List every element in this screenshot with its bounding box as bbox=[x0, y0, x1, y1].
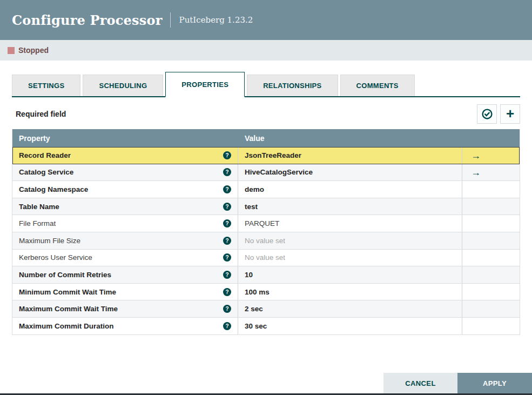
table-row[interactable]: Maximum Commit Duration?30 sec bbox=[12, 318, 520, 335]
actions-cell: → bbox=[462, 148, 520, 164]
tab-relationships[interactable]: RELATIONSHIPS bbox=[247, 75, 338, 96]
help-icon[interactable]: ? bbox=[223, 322, 231, 330]
property-cell: Maximum Commit Duration? bbox=[12, 318, 238, 334]
property-name: Number of Commit Retries bbox=[19, 271, 111, 279]
actions-cell bbox=[462, 181, 520, 198]
property-value: demo bbox=[245, 185, 264, 193]
property-value: No value set bbox=[245, 237, 285, 245]
value-cell[interactable]: test bbox=[238, 198, 462, 215]
help-icon[interactable]: ? bbox=[223, 219, 231, 227]
column-header-value: Value bbox=[238, 129, 462, 147]
table-row[interactable]: Catalog Namespace?demo bbox=[12, 181, 520, 198]
tab-scheduling[interactable]: SCHEDULING bbox=[83, 75, 163, 96]
table-row[interactable]: Record Reader?JsonTreeReader→ bbox=[12, 147, 520, 164]
value-cell[interactable]: 30 sec bbox=[238, 318, 462, 334]
tab-settings[interactable]: SETTINGS bbox=[12, 75, 80, 96]
column-header-property: Property bbox=[12, 129, 238, 147]
actions-cell: → bbox=[462, 164, 520, 181]
help-icon[interactable]: ? bbox=[223, 203, 231, 211]
help-icon[interactable]: ? bbox=[223, 185, 231, 193]
dialog-content: SETTINGSSCHEDULINGPROPERTIESRELATIONSHIP… bbox=[0, 61, 532, 335]
property-cell: File Format? bbox=[12, 215, 238, 232]
add-property-button[interactable]: + bbox=[500, 104, 520, 124]
actions-cell bbox=[462, 300, 520, 317]
actions-cell bbox=[462, 198, 520, 215]
tab-comments[interactable]: COMMENTS bbox=[340, 75, 415, 96]
table-row[interactable]: Maximum File Size?No value set bbox=[12, 232, 520, 250]
help-icon[interactable]: ? bbox=[223, 237, 231, 245]
title-divider bbox=[170, 12, 171, 28]
tab-properties[interactable]: PROPERTIES bbox=[165, 72, 245, 97]
value-cell[interactable]: JsonTreeReader bbox=[238, 148, 462, 164]
property-value: 10 bbox=[245, 271, 253, 279]
status-label: Stopped bbox=[18, 46, 49, 55]
property-cell: Number of Commit Retries? bbox=[12, 266, 238, 283]
property-name: Maximum Commit Wait Time bbox=[19, 305, 118, 313]
property-value: 30 sec bbox=[245, 322, 267, 330]
property-cell: Kerberos User Service? bbox=[12, 250, 238, 266]
table-row[interactable]: File Format?PARQUET bbox=[12, 215, 520, 232]
property-value: 2 sec bbox=[245, 305, 263, 313]
help-icon[interactable]: ? bbox=[223, 288, 231, 296]
dialog-header: Configure Processor PutIceberg 1.23.2 bbox=[0, 0, 532, 40]
help-icon[interactable]: ? bbox=[223, 168, 231, 176]
verify-properties-button[interactable] bbox=[477, 104, 497, 124]
table-row[interactable]: Maximum Commit Wait Time?2 sec bbox=[12, 300, 520, 318]
property-cell: Maximum Commit Wait Time? bbox=[12, 300, 238, 317]
processor-type-version: PutIceberg 1.23.2 bbox=[179, 15, 253, 25]
actions-cell bbox=[462, 318, 520, 334]
help-icon[interactable]: ? bbox=[223, 151, 231, 159]
table-row[interactable]: Minimum Commit Wait Time?100 ms bbox=[12, 284, 520, 301]
properties-toolbar: Required field + bbox=[12, 104, 520, 124]
go-to-service-arrow-icon[interactable]: → bbox=[471, 168, 481, 177]
property-cell: Record Reader? bbox=[12, 148, 238, 164]
value-cell[interactable]: demo bbox=[238, 181, 462, 198]
property-value: No value set bbox=[245, 253, 285, 262]
actions-cell bbox=[462, 250, 520, 266]
table-row[interactable]: Catalog Service?HiveCatalogService→ bbox=[12, 164, 520, 182]
table-row[interactable]: Kerberos User Service?No value set bbox=[12, 250, 520, 267]
property-name: Catalog Namespace bbox=[19, 185, 88, 193]
configure-processor-dialog: Configure Processor PutIceberg 1.23.2 St… bbox=[0, 0, 532, 395]
property-name: Catalog Service bbox=[19, 168, 73, 176]
actions-cell bbox=[462, 284, 520, 300]
required-field-label: Required field bbox=[12, 110, 66, 118]
actions-cell bbox=[462, 266, 520, 283]
tab-bar: SETTINGSSCHEDULINGPROPERTIESRELATIONSHIP… bbox=[12, 71, 520, 97]
property-name: Minimum Commit Wait Time bbox=[19, 288, 116, 296]
help-icon[interactable]: ? bbox=[223, 271, 231, 279]
property-cell: Catalog Namespace? bbox=[12, 181, 238, 198]
toolbar-buttons: + bbox=[474, 104, 520, 124]
property-name: Maximum Commit Duration bbox=[19, 322, 114, 330]
property-name: File Format bbox=[19, 219, 56, 227]
value-cell[interactable]: 2 sec bbox=[238, 300, 462, 317]
table-header-row: Property Value bbox=[12, 129, 520, 147]
value-cell[interactable]: PARQUET bbox=[238, 215, 462, 232]
property-value: test bbox=[245, 203, 258, 211]
value-cell[interactable]: 10 bbox=[238, 266, 462, 283]
column-header-actions bbox=[462, 129, 520, 147]
property-name: Record Reader bbox=[19, 151, 71, 159]
property-cell: Table Name? bbox=[12, 198, 238, 215]
property-cell: Catalog Service? bbox=[12, 164, 238, 181]
dialog-title: Configure Processor bbox=[12, 12, 163, 28]
apply-button[interactable]: APPLY bbox=[457, 373, 532, 393]
cancel-button[interactable]: CANCEL bbox=[383, 373, 457, 393]
properties-table: Property Value Record Reader?JsonTreeRea… bbox=[12, 129, 520, 335]
table-row[interactable]: Number of Commit Retries?10 bbox=[12, 266, 520, 284]
value-cell[interactable]: No value set bbox=[238, 250, 462, 266]
value-cell[interactable]: 100 ms bbox=[238, 284, 462, 300]
table-row[interactable]: Table Name?test bbox=[12, 198, 520, 216]
help-icon[interactable]: ? bbox=[223, 253, 231, 262]
plus-icon: + bbox=[506, 106, 514, 120]
actions-cell bbox=[462, 232, 520, 249]
dialog-footer: CANCEL APPLY bbox=[383, 373, 532, 393]
check-circle-icon bbox=[481, 108, 493, 120]
go-to-service-arrow-icon[interactable]: → bbox=[471, 151, 481, 160]
help-icon[interactable]: ? bbox=[223, 305, 231, 313]
stopped-state-icon bbox=[8, 47, 15, 54]
value-cell[interactable]: No value set bbox=[238, 232, 462, 249]
value-cell[interactable]: HiveCatalogService bbox=[238, 164, 462, 181]
property-value: PARQUET bbox=[245, 219, 279, 227]
property-name: Kerberos User Service bbox=[19, 253, 92, 262]
